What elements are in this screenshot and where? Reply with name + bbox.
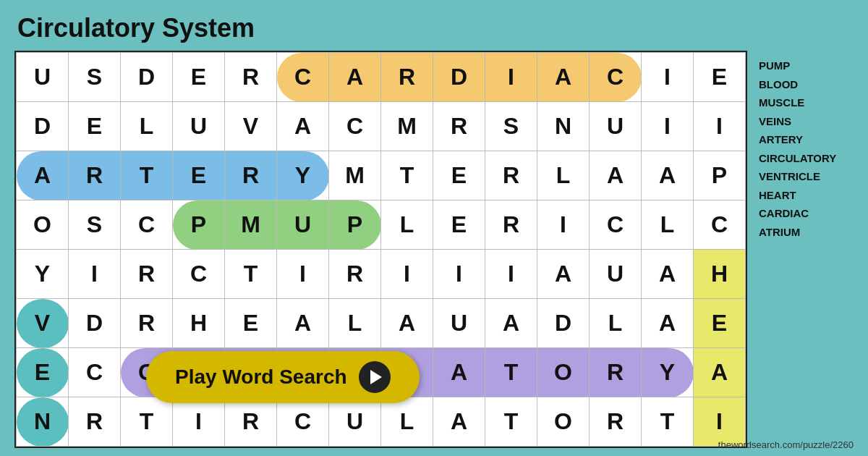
grid-cell[interactable]: C	[590, 200, 642, 250]
grid-cell[interactable]: L	[121, 102, 173, 151]
grid-cell[interactable]: T	[485, 348, 537, 397]
grid-cell[interactable]: A	[329, 53, 381, 102]
grid-cell[interactable]: C	[173, 250, 225, 299]
grid-cell[interactable]: L	[642, 200, 694, 250]
grid-cell[interactable]: R	[69, 397, 121, 447]
grid-cell[interactable]: R	[381, 53, 433, 102]
grid-cell[interactable]: A	[433, 348, 485, 397]
grid-cell[interactable]: C	[590, 53, 642, 102]
grid-cell[interactable]: T	[642, 397, 694, 447]
grid-cell[interactable]: S	[69, 53, 121, 102]
grid-cell[interactable]: U	[173, 102, 225, 151]
grid-cell[interactable]: A	[277, 102, 329, 151]
grid-cell[interactable]: A	[642, 151, 694, 200]
grid-cell[interactable]: A	[485, 299, 537, 348]
grid-cell[interactable]: H	[173, 299, 225, 348]
grid-cell[interactable]: Y	[17, 250, 69, 299]
grid-cell[interactable]: U	[17, 53, 69, 102]
grid-cell[interactable]: P	[329, 200, 381, 250]
grid-cell[interactable]: E	[433, 151, 485, 200]
grid-cell[interactable]: T	[225, 250, 277, 299]
grid-cell[interactable]: R	[225, 397, 277, 447]
grid-cell[interactable]: T	[381, 151, 433, 200]
grid-cell[interactable]: E	[173, 53, 225, 102]
grid-cell[interactable]: D	[69, 299, 121, 348]
grid-cell[interactable]: U	[277, 200, 329, 250]
grid-cell[interactable]: R	[121, 250, 173, 299]
grid-cell[interactable]: A	[537, 53, 590, 102]
grid-cell[interactable]: P	[694, 151, 746, 200]
grid-cell[interactable]: D	[17, 102, 69, 151]
grid-cell[interactable]: I	[381, 250, 433, 299]
grid-cell[interactable]: D	[433, 53, 485, 102]
grid-cell[interactable]: I	[485, 250, 537, 299]
grid-cell[interactable]: C	[329, 102, 381, 151]
grid-cell[interactable]: U	[329, 397, 381, 447]
grid-cell[interactable]: R	[225, 151, 277, 200]
grid-cell[interactable]: M	[329, 151, 381, 200]
grid-cell[interactable]: N	[17, 397, 69, 447]
grid-cell[interactable]: A	[642, 299, 694, 348]
grid-cell[interactable]: O	[537, 348, 590, 397]
grid-cell[interactable]: U	[590, 250, 642, 299]
grid-cell[interactable]: Y	[642, 348, 694, 397]
grid-cell[interactable]: I	[694, 102, 746, 151]
grid-cell[interactable]: A	[537, 250, 590, 299]
grid-cell[interactable]: R	[590, 348, 642, 397]
grid-cell[interactable]: T	[121, 151, 173, 200]
grid-cell[interactable]: I	[69, 250, 121, 299]
grid-cell[interactable]: O	[537, 397, 590, 447]
grid-cell[interactable]: N	[537, 102, 590, 151]
grid-cell[interactable]: C	[69, 348, 121, 397]
grid-cell[interactable]: R	[590, 397, 642, 447]
grid-cell[interactable]: A	[17, 151, 69, 200]
grid-cell[interactable]: E	[433, 200, 485, 250]
grid-cell[interactable]: Y	[277, 151, 329, 200]
grid-cell[interactable]: C	[121, 200, 173, 250]
grid-cell[interactable]: E	[173, 151, 225, 200]
grid-cell[interactable]: A	[381, 299, 433, 348]
grid-cell[interactable]: C	[277, 397, 329, 447]
grid-cell[interactable]: E	[694, 53, 746, 102]
grid-cell[interactable]: L	[381, 397, 433, 447]
grid-cell[interactable]: R	[329, 250, 381, 299]
grid-cell[interactable]: M	[225, 200, 277, 250]
grid-cell[interactable]: V	[225, 102, 277, 151]
grid-cell[interactable]: A	[277, 299, 329, 348]
grid-cell[interactable]: S	[69, 200, 121, 250]
grid-cell[interactable]: R	[433, 102, 485, 151]
grid-cell[interactable]: R	[121, 299, 173, 348]
grid-cell[interactable]: E	[694, 299, 746, 348]
grid-cell[interactable]: L	[381, 200, 433, 250]
grid-cell[interactable]: R	[69, 151, 121, 200]
grid-cell[interactable]: E	[17, 348, 69, 397]
grid-cell[interactable]: C	[277, 53, 329, 102]
grid-cell[interactable]: I	[642, 102, 694, 151]
grid-cell[interactable]: D	[537, 299, 590, 348]
grid-cell[interactable]: S	[485, 102, 537, 151]
grid-cell[interactable]: I	[642, 53, 694, 102]
grid-cell[interactable]: C	[694, 200, 746, 250]
grid-cell[interactable]: T	[485, 397, 537, 447]
grid-cell[interactable]: H	[694, 250, 746, 299]
grid-cell[interactable]: L	[329, 299, 381, 348]
grid-cell[interactable]: L	[537, 151, 590, 200]
grid-cell[interactable]: R	[485, 151, 537, 200]
grid-cell[interactable]: E	[69, 102, 121, 151]
grid-cell[interactable]: R	[485, 200, 537, 250]
grid-cell[interactable]: R	[225, 53, 277, 102]
grid-cell[interactable]: A	[694, 348, 746, 397]
play-button[interactable]: Play Word Search	[146, 351, 420, 403]
grid-cell[interactable]: M	[381, 102, 433, 151]
grid-cell[interactable]: I	[173, 397, 225, 447]
grid-cell[interactable]: A	[590, 151, 642, 200]
grid-cell[interactable]: P	[173, 200, 225, 250]
grid-cell[interactable]: L	[590, 299, 642, 348]
grid-cell[interactable]: U	[590, 102, 642, 151]
grid-cell[interactable]: I	[277, 250, 329, 299]
grid-cell[interactable]: O	[17, 200, 69, 250]
grid-cell[interactable]: T	[121, 397, 173, 447]
grid-cell[interactable]: I	[433, 250, 485, 299]
grid-cell[interactable]: A	[433, 397, 485, 447]
grid-cell[interactable]: I	[485, 53, 537, 102]
